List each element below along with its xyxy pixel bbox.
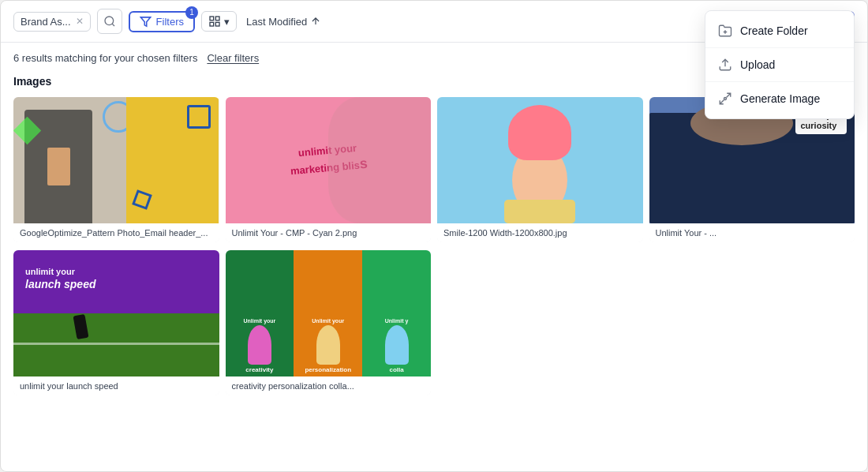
remove-tag-icon[interactable]: ✕ <box>76 16 84 27</box>
svg-rect-4 <box>210 22 214 26</box>
view-toggle-button[interactable]: ▾ <box>201 11 237 32</box>
main-window: Brand As... ✕ Filters 1 ▾ Last Modified <box>0 0 868 472</box>
image-card-6[interactable]: Unlimit your creativity Unlimit your per… <box>226 250 432 395</box>
image-label-1: GoogleOptimize_Pattern Photo_Email heade… <box>13 223 219 242</box>
image-thumb-6: Unlimit your creativity Unlimit your per… <box>226 250 432 376</box>
image-thumb-1 <box>13 97 219 223</box>
filter-badge: 1 <box>185 6 198 19</box>
filter-icon <box>140 16 152 28</box>
svg-point-0 <box>105 17 114 25</box>
tag-label: Brand As... <box>21 16 71 28</box>
sort-button[interactable]: Last Modified <box>246 16 321 28</box>
image-card-5[interactable]: unlimit yourlaunch speed unlimit your la… <box>13 250 219 395</box>
dropdown-divider-1 <box>705 47 854 48</box>
generate-image-item[interactable]: Generate Image <box>705 84 854 114</box>
filters-label: Filters <box>156 16 184 28</box>
create-folder-item[interactable]: Create Folder <box>705 16 854 46</box>
svg-rect-5 <box>215 22 219 26</box>
grid-icon <box>208 15 221 28</box>
image-thumb-3 <box>437 97 643 223</box>
upload-label: Upload <box>740 58 775 71</box>
image-thumb-2: unlimit yourmarketing bliss <box>226 97 432 223</box>
sort-label: Last Modified <box>246 16 307 28</box>
image-label-6: creativity personalization colla... <box>226 376 432 395</box>
image-thumb-5: unlimit yourlaunch speed <box>13 250 219 376</box>
image-label-2: Unlimit Your - CMP - Cyan 2.png <box>226 223 432 242</box>
svg-rect-2 <box>210 17 214 21</box>
image-grid-row2: unlimit yourlaunch speed unlimit your la… <box>13 250 855 395</box>
image-card-3[interactable]: Smile-1200 Width-1200x800.jpg <box>437 97 643 242</box>
filters-button[interactable]: Filters 1 <box>129 11 195 32</box>
svg-point-9 <box>724 98 727 100</box>
image-label-5: unlimit your launch speed <box>13 376 219 395</box>
search-button[interactable] <box>97 9 122 34</box>
svg-marker-1 <box>140 17 151 25</box>
image-card-1[interactable]: GoogleOptimize_Pattern Photo_Email heade… <box>13 97 219 242</box>
add-dropdown-menu: Create Folder Upload Generate Image <box>705 10 855 119</box>
generate-image-label: Generate Image <box>740 92 820 105</box>
chevron-down-icon: ▾ <box>224 16 230 28</box>
upload-item[interactable]: Upload <box>705 50 854 80</box>
svg-rect-3 <box>215 17 219 21</box>
image-label-3: Smile-1200 Width-1200x800.jpg <box>437 223 643 242</box>
image-label-4: Unlimit Your - ... <box>649 223 855 242</box>
brand-filter-tag[interactable]: Brand As... ✕ <box>13 12 91 32</box>
upload-icon <box>718 58 732 72</box>
create-folder-label: Create Folder <box>740 24 808 37</box>
dropdown-divider-2 <box>705 81 854 82</box>
search-icon <box>103 15 116 28</box>
clear-filters-button[interactable]: Clear filters <box>207 52 259 64</box>
image-card-2[interactable]: unlimit yourmarketing bliss Unlimit Your… <box>226 97 432 242</box>
results-text: 6 results matching for your chosen filte… <box>13 52 197 64</box>
sort-arrow-icon <box>310 16 321 27</box>
generate-image-icon <box>718 92 732 106</box>
create-folder-icon <box>718 24 732 38</box>
